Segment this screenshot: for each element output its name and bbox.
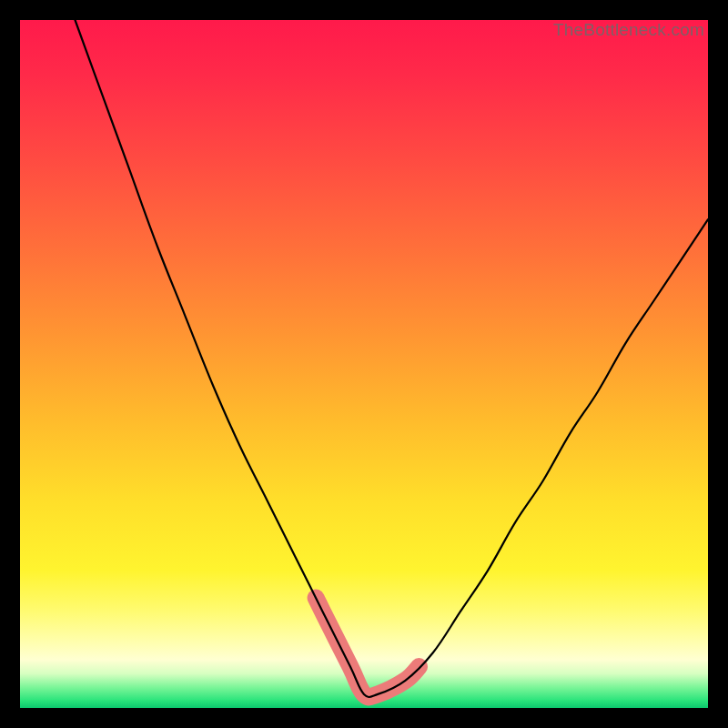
bottleneck-curve bbox=[76, 20, 709, 697]
chart-frame: TheBottleneck.com bbox=[0, 0, 728, 728]
chart-svg bbox=[20, 20, 708, 708]
plot-area: TheBottleneck.com bbox=[20, 20, 708, 708]
watermark-text: TheBottleneck.com bbox=[553, 20, 704, 40]
